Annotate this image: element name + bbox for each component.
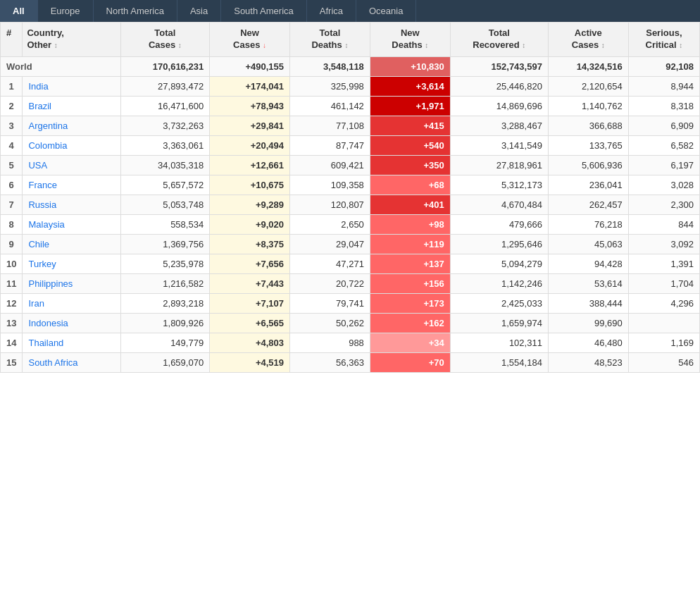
row-total-deaths: 988: [290, 333, 370, 352]
row-total-cases: 149,779: [120, 333, 210, 352]
row-new-deaths: +173: [370, 293, 450, 313]
row-total-recovered: 1,295,646: [450, 234, 548, 254]
tab-oceania[interactable]: Oceania: [356, 0, 416, 22]
table-row: 5 USA 34,035,318 +12,661 609,421 +350 27…: [1, 155, 700, 175]
country-link[interactable]: South Africa: [28, 357, 77, 368]
row-total-deaths: 56,363: [290, 352, 370, 372]
row-total-deaths: 461,142: [290, 96, 370, 116]
row-serious: 2,300: [628, 195, 699, 214]
world-total-recovered: 152,743,597: [450, 56, 548, 76]
row-active-cases: 1,140,762: [548, 96, 628, 116]
row-active-cases: 388,444: [548, 293, 628, 313]
tab-south-america[interactable]: South America: [221, 0, 307, 22]
row-active-cases: 262,457: [548, 195, 628, 214]
table-row: 9 Chile 1,369,756 +8,375 29,047 +119 1,2…: [1, 234, 700, 254]
table-row: 4 Colombia 3,363,061 +20,494 87,747 +540…: [1, 135, 700, 155]
country-link[interactable]: Malaysia: [28, 219, 64, 230]
row-total-recovered: 1,659,974: [450, 313, 548, 333]
row-total-recovered: 5,094,279: [450, 254, 548, 273]
tab-asia[interactable]: Asia: [177, 0, 221, 22]
row-total-recovered: 14,869,696: [450, 96, 548, 116]
world-new-deaths: +10,830: [370, 56, 450, 76]
col-serious[interactable]: Serious,Critical ↕: [628, 23, 699, 57]
world-active-cases: 14,324,516: [548, 56, 628, 76]
row-total-cases: 5,235,978: [120, 254, 210, 273]
tab-africa[interactable]: Africa: [307, 0, 356, 22]
row-total-cases: 1,809,926: [120, 313, 210, 333]
col-total-cases[interactable]: TotalCases ↕: [120, 23, 210, 57]
row-country: Turkey: [23, 254, 120, 273]
row-new-cases: +6,565: [210, 313, 290, 333]
col-rank[interactable]: #: [1, 23, 23, 57]
row-country: Russia: [23, 195, 120, 214]
row-serious: 1,704: [628, 273, 699, 293]
col-total-recovered[interactable]: TotalRecovered ↕: [450, 23, 548, 57]
row-rank: 4: [1, 135, 23, 155]
row-total-deaths: 87,747: [290, 135, 370, 155]
row-serious: 3,092: [628, 234, 699, 254]
row-country: Malaysia: [23, 214, 120, 234]
row-serious: 6,909: [628, 116, 699, 135]
tab-europe[interactable]: Europe: [38, 0, 94, 22]
table-row: 15 South Africa 1,659,070 +4,519 56,363 …: [1, 352, 700, 372]
col-active-cases[interactable]: ActiveCases ↕: [548, 23, 628, 57]
row-serious: 6,582: [628, 135, 699, 155]
row-rank: 12: [1, 293, 23, 313]
country-link[interactable]: Chile: [28, 239, 49, 249]
world-new-cases: +490,155: [210, 56, 290, 76]
country-link[interactable]: Turkey: [28, 259, 56, 269]
row-country: Indonesia: [23, 313, 120, 333]
country-link[interactable]: USA: [28, 160, 47, 171]
col-new-deaths[interactable]: NewDeaths ↕: [370, 23, 450, 57]
country-link[interactable]: Brazil: [28, 101, 51, 111]
row-serious: 844: [628, 214, 699, 234]
row-new-cases: +29,841: [210, 116, 290, 135]
row-new-deaths: +162: [370, 313, 450, 333]
row-total-cases: 5,657,572: [120, 175, 210, 195]
row-new-cases: +7,107: [210, 293, 290, 313]
country-link[interactable]: Philippines: [28, 278, 73, 289]
world-total-cases: 170,616,231: [120, 56, 210, 76]
row-total-recovered: 4,670,484: [450, 195, 548, 214]
row-total-recovered: 2,425,033: [450, 293, 548, 313]
country-link[interactable]: Russia: [28, 199, 56, 210]
tab-all[interactable]: All: [0, 0, 38, 22]
tab-north-america[interactable]: North America: [94, 0, 177, 22]
country-link[interactable]: Iran: [28, 298, 44, 309]
country-link[interactable]: Thailand: [28, 338, 63, 348]
row-total-cases: 3,732,263: [120, 116, 210, 135]
row-active-cases: 53,614: [548, 273, 628, 293]
country-link[interactable]: Indonesia: [28, 318, 68, 328]
row-rank: 6: [1, 175, 23, 195]
row-total-recovered: 3,141,549: [450, 135, 548, 155]
row-serious: 1,391: [628, 254, 699, 273]
row-rank: 14: [1, 333, 23, 352]
col-new-cases[interactable]: NewCases ↓: [210, 23, 290, 57]
row-active-cases: 5,606,936: [548, 155, 628, 175]
country-link[interactable]: Colombia: [28, 140, 67, 151]
col-total-deaths[interactable]: TotalDeaths ↕: [290, 23, 370, 57]
country-link[interactable]: France: [28, 180, 56, 190]
row-serious: 4,296: [628, 293, 699, 313]
row-total-deaths: 609,421: [290, 155, 370, 175]
country-link[interactable]: India: [28, 81, 48, 92]
row-total-cases: 34,035,318: [120, 155, 210, 175]
row-total-recovered: 5,312,173: [450, 175, 548, 195]
table-row: 13 Indonesia 1,809,926 +6,565 50,262 +16…: [1, 313, 700, 333]
world-total-deaths: 3,548,118: [290, 56, 370, 76]
row-new-deaths: +98: [370, 214, 450, 234]
row-total-recovered: 1,142,246: [450, 273, 548, 293]
row-serious: 3,028: [628, 175, 699, 195]
row-rank: 9: [1, 234, 23, 254]
row-active-cases: 366,688: [548, 116, 628, 135]
row-rank: 11: [1, 273, 23, 293]
row-total-recovered: 479,666: [450, 214, 548, 234]
row-new-deaths: +540: [370, 135, 450, 155]
col-country[interactable]: Country,Other ↕: [23, 23, 120, 57]
row-total-cases: 1,369,756: [120, 234, 210, 254]
row-total-cases: 16,471,600: [120, 96, 210, 116]
row-country: Thailand: [23, 333, 120, 352]
country-link[interactable]: Argentina: [28, 121, 68, 131]
row-new-cases: +20,494: [210, 135, 290, 155]
row-active-cases: 46,480: [548, 333, 628, 352]
